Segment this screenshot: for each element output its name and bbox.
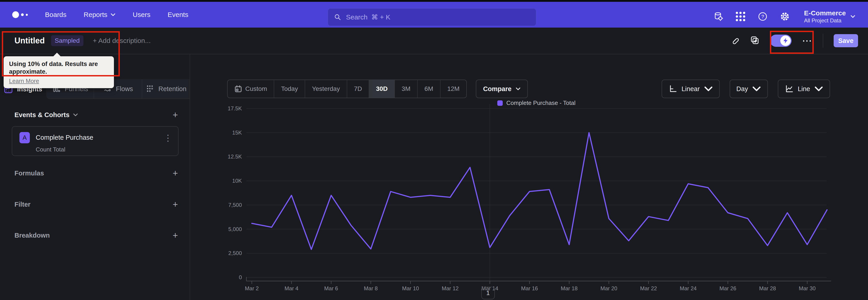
project-name: E-Commerce	[804, 9, 846, 17]
report-title[interactable]: Untitled	[14, 36, 45, 46]
svg-text:Mar 26: Mar 26	[719, 285, 737, 292]
chart-view-controls: Linear Day Line	[662, 80, 830, 98]
svg-text:Mar 6: Mar 6	[324, 285, 338, 292]
more-options-button[interactable]: ⋯	[802, 36, 812, 46]
svg-text:Mar 20: Mar 20	[600, 285, 617, 292]
add-breakdown-button[interactable]: +	[173, 231, 178, 240]
range-12m[interactable]: 12M	[440, 80, 466, 98]
svg-text:Mar 8: Mar 8	[364, 285, 378, 292]
compare-button[interactable]: Compare	[476, 80, 528, 98]
events-cohorts-heading[interactable]: Events & Cohorts	[14, 111, 78, 119]
range-30d[interactable]: 30D	[369, 80, 395, 98]
calendar-icon	[235, 85, 242, 93]
axis-scale-dropdown[interactable]: Linear	[662, 80, 720, 98]
divider	[823, 34, 823, 48]
svg-text:15K: 15K	[232, 129, 242, 136]
search-bar[interactable]	[328, 8, 536, 26]
svg-text:2,500: 2,500	[228, 250, 242, 256]
svg-text:Mar 16: Mar 16	[521, 285, 538, 292]
add-filter-button[interactable]: +	[173, 200, 178, 209]
range-6m[interactable]: 6M	[418, 80, 440, 98]
svg-text:12.5K: 12.5K	[228, 153, 242, 160]
sampling-tooltip: Using 10% of data. Results are approxima…	[4, 56, 114, 88]
svg-text:Mar 4: Mar 4	[285, 285, 298, 292]
mixpanel-logo-icon[interactable]	[12, 11, 28, 18]
svg-text:7,500: 7,500	[228, 202, 242, 208]
nav-item-users[interactable]: Users	[133, 11, 150, 19]
save-button[interactable]: Save	[834, 34, 858, 47]
event-menu-button[interactable]: ⋮	[164, 133, 172, 143]
sampled-badge[interactable]: Sampled	[51, 35, 84, 46]
svg-text:?: ?	[761, 14, 764, 20]
event-name[interactable]: Complete Purchase	[36, 134, 93, 141]
learn-more-link[interactable]: Learn More	[9, 78, 39, 85]
breakdown-label: Breakdown	[14, 232, 50, 239]
range-7d[interactable]: 7D	[347, 80, 369, 98]
retention-icon	[145, 84, 154, 93]
window-top-strip	[0, 0, 868, 2]
tooltip-text: Using 10% of data. Results are approxima…	[9, 60, 108, 76]
svg-text:Mar 2: Mar 2	[245, 285, 258, 292]
copy-link-icon[interactable]	[730, 35, 740, 46]
chevron-down-icon	[850, 15, 855, 18]
linear-axis-icon	[669, 84, 677, 93]
chevron-down-icon	[111, 13, 116, 16]
svg-text:Mar 10: Mar 10	[402, 285, 419, 292]
svg-text:0: 0	[239, 274, 242, 280]
svg-text:Mar 30: Mar 30	[799, 285, 816, 292]
pagination-page-1[interactable]: 1	[481, 287, 495, 299]
svg-text:Mar 18: Mar 18	[561, 285, 578, 292]
search-input[interactable]	[346, 13, 530, 21]
settings-gear-icon[interactable]	[780, 11, 790, 22]
svg-text:5,000: 5,000	[228, 226, 242, 232]
formulas-label: Formulas	[14, 170, 44, 177]
svg-text:Mar 24: Mar 24	[680, 285, 697, 292]
data-management-icon[interactable]	[713, 11, 723, 22]
chart-type-dropdown[interactable]: Line	[778, 80, 830, 98]
lightning-bolt-icon	[780, 35, 791, 46]
chevron-down-icon	[814, 84, 823, 93]
project-scope: All Project Data	[804, 18, 846, 24]
svg-text:Mar 28: Mar 28	[759, 285, 776, 292]
nav-item-reports[interactable]: Reports	[84, 11, 116, 19]
help-icon[interactable]: ?	[757, 11, 768, 22]
query-sidebar: Insights Funnels Flows	[0, 54, 190, 300]
event-card[interactable]: A Complete Purchase ⋮ Count Total	[12, 126, 179, 156]
date-range-segmented-control: Custom Today Yesterday 7D 30D 3M 6M 12M	[227, 80, 467, 98]
range-3m[interactable]: 3M	[395, 80, 418, 98]
filter-label: Filter	[14, 201, 31, 208]
svg-text:17.5K: 17.5K	[228, 106, 242, 112]
svg-text:Mar 22: Mar 22	[640, 285, 657, 292]
range-yesterday[interactable]: Yesterday	[305, 80, 347, 98]
range-today[interactable]: Today	[274, 80, 305, 98]
project-switcher[interactable]: E-Commerce All Project Data	[804, 9, 855, 24]
granularity-dropdown[interactable]: Day	[730, 80, 768, 98]
search-icon	[334, 13, 342, 21]
sampling-toggle[interactable]	[770, 35, 792, 47]
apps-grid-icon[interactable]	[735, 11, 746, 22]
range-custom[interactable]: Custom	[228, 80, 274, 98]
svg-text:Mar 12: Mar 12	[442, 285, 459, 292]
add-formula-button[interactable]: +	[173, 169, 178, 178]
top-navbar: Boards Reports Users Events ?	[0, 2, 868, 28]
add-to-board-icon[interactable]	[750, 35, 760, 46]
svg-text:10K: 10K	[232, 178, 242, 184]
date-range-controls: Custom Today Yesterday 7D 30D 3M 6M 12M …	[227, 80, 528, 98]
event-letter-badge: A	[20, 132, 30, 143]
chart-panel: Custom Today Yesterday 7D 30D 3M 6M 12M …	[190, 54, 868, 300]
chevron-down-icon	[516, 87, 521, 90]
nav-item-boards[interactable]: Boards	[45, 11, 66, 19]
chevron-down-icon	[73, 113, 78, 116]
line-chart[interactable]: 02,5005,0007,50010K12.5K15K17.5KMar 2Mar…	[190, 99, 868, 300]
nav-item-events[interactable]: Events	[167, 11, 188, 19]
chevron-down-icon	[704, 84, 713, 93]
tab-retention[interactable]: Retention	[142, 79, 190, 98]
event-metric[interactable]: Count Total	[36, 146, 65, 153]
add-event-button[interactable]: +	[173, 110, 178, 119]
add-description-button[interactable]: + Add description...	[93, 37, 151, 44]
line-chart-icon	[784, 84, 794, 93]
chevron-down-icon	[752, 84, 761, 93]
